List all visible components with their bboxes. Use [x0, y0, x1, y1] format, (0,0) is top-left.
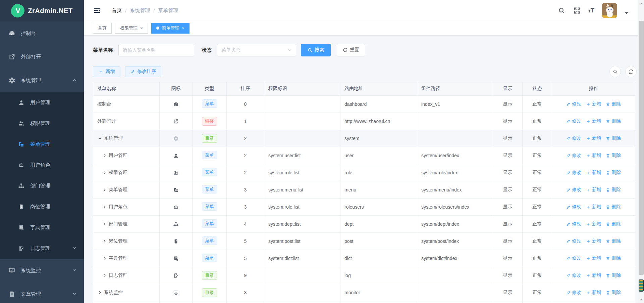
row-action-删除[interactable]: 删除 [606, 153, 621, 159]
row-action-修改[interactable]: 修改 [566, 272, 581, 278]
sidebar-item-日志管理[interactable]: 日志管理 [0, 238, 84, 259]
tab-权限管理[interactable]: 权限管理× [115, 23, 148, 34]
sidebar-item-系统监控[interactable]: 系统监控 [0, 259, 84, 282]
row-action-修改[interactable]: 修改 [566, 118, 581, 124]
row-action-新增[interactable]: ＋新增 [586, 187, 601, 193]
plus-icon: ＋ [586, 238, 591, 245]
row-action-修改[interactable]: 修改 [566, 187, 581, 193]
row-action-修改[interactable]: 修改 [566, 290, 581, 296]
users-icon [173, 170, 179, 176]
row-action-删除[interactable]: 删除 [606, 101, 621, 107]
row-action-新增[interactable]: ＋新增 [586, 272, 601, 279]
menu-name: 外部打开 [97, 118, 116, 124]
row-action-修改[interactable]: 修改 [566, 153, 581, 159]
menu-name-input[interactable] [118, 44, 194, 56]
table-tools [609, 66, 637, 77]
row-expand-expand-icon[interactable] [102, 273, 107, 277]
sidebar-item-控制台[interactable]: 控制台 [0, 21, 84, 45]
chevron-up-icon [72, 78, 76, 83]
row-action-删除[interactable]: 删除 [606, 118, 621, 124]
row-expand-expand-icon[interactable] [102, 222, 107, 226]
org-tree-icon [173, 221, 179, 227]
sidebar-item-字典管理[interactable]: 字典管理 [0, 217, 84, 238]
row-expand-expand-icon[interactable] [97, 291, 103, 295]
breadcrumb-home[interactable]: 首页 [112, 7, 122, 14]
row-action-删除[interactable]: 删除 [606, 187, 621, 193]
row-action-新增[interactable]: ＋新增 [586, 221, 601, 227]
row-action-新增[interactable]: ＋新增 [586, 255, 601, 262]
row-action-删除[interactable]: 删除 [606, 204, 621, 210]
row-expand-expand-icon[interactable] [102, 239, 107, 243]
row-expand-expand-icon[interactable] [102, 205, 107, 209]
search-icon[interactable] [557, 6, 566, 14]
sidebar-item-菜单管理[interactable]: 菜单管理 [0, 134, 84, 155]
row-action-修改[interactable]: 修改 [566, 135, 581, 141]
row-actions: 修改＋新增删除 [556, 170, 631, 176]
row-action-新增[interactable]: ＋新增 [586, 153, 601, 159]
row-action-删除[interactable]: 删除 [606, 135, 621, 141]
row-action-新增[interactable]: ＋新增 [586, 238, 601, 245]
plus-icon: ＋ [586, 272, 591, 279]
breadcrumb-current: 菜单管理 [158, 7, 178, 14]
scrollbar-up-arrow[interactable]: ▲ [638, 1, 644, 6]
route-cell: dict [340, 250, 417, 267]
row-expand-expand-icon[interactable] [102, 154, 107, 158]
sidebar-collapse-icon[interactable] [93, 6, 101, 14]
row-action-删除[interactable]: 删除 [606, 290, 621, 296]
sidebar-item-用户角色[interactable]: 用户角色 [0, 155, 84, 175]
sidebar-item-文章管理[interactable]: 文章管理 [0, 282, 84, 303]
row-action-新增[interactable]: ＋新增 [586, 135, 601, 142]
edit-sort-button[interactable]: 修改排序 [125, 66, 161, 77]
row-action-新增[interactable]: ＋新增 [586, 101, 601, 107]
edit-icon [566, 256, 571, 261]
row-action-新增[interactable]: ＋新增 [586, 204, 601, 210]
row-expand-expand-icon[interactable] [102, 171, 107, 175]
row-action-修改[interactable]: 修改 [566, 238, 581, 244]
row-action-删除[interactable]: 删除 [606, 170, 621, 176]
sidebar-item-系统管理[interactable]: 系统管理 [0, 69, 84, 92]
reset-button[interactable]: 重置 [337, 44, 365, 56]
row-action-修改[interactable]: 修改 [566, 255, 581, 261]
table-search-toggle-button[interactable] [609, 66, 621, 77]
row-expand-expand-icon[interactable] [102, 256, 107, 260]
scrollbar-thumb[interactable] [639, 21, 644, 275]
user-avatar[interactable] [602, 3, 617, 18]
tab-菜单管理[interactable]: 菜单管理× [151, 23, 190, 34]
row-action-删除[interactable]: 删除 [606, 272, 621, 278]
sidebar-item-用户管理[interactable]: 用户管理 [0, 92, 84, 113]
row-expand-collapse-icon[interactable] [97, 136, 103, 140]
scrollbar-color-marker[interactable] [639, 279, 644, 292]
sidebar-item-外部打开[interactable]: 外部打开 [0, 45, 84, 69]
scrollbar-down-arrow[interactable]: ▼ [638, 297, 644, 302]
row-action-新增[interactable]: ＋新增 [586, 290, 601, 296]
row-action-修改[interactable]: 修改 [566, 170, 581, 176]
row-actions: 修改＋新增删除 [556, 118, 631, 125]
tab-close-icon[interactable]: × [182, 26, 185, 31]
search-button[interactable]: 搜索 [301, 44, 331, 56]
row-action-修改[interactable]: 修改 [566, 204, 581, 210]
sidebar-item-权限管理[interactable]: 权限管理 [0, 113, 84, 134]
table-refresh-button[interactable] [625, 66, 637, 77]
trash-icon [606, 102, 610, 106]
trash-icon [606, 119, 610, 124]
dict-book-icon [17, 224, 25, 231]
font-size-icon[interactable]: тT [588, 7, 594, 14]
fullscreen-icon[interactable] [573, 6, 581, 14]
sidebar-item-部门管理[interactable]: 部门管理 [0, 175, 84, 196]
row-action-新增[interactable]: ＋新增 [586, 170, 601, 176]
add-button[interactable]: ＋ 新增 [93, 66, 120, 77]
status-select[interactable]: 菜单状态 [217, 44, 296, 56]
row-expand-expand-icon[interactable] [102, 188, 107, 192]
dashboard-icon [173, 101, 179, 107]
tab-close-icon[interactable]: × [140, 26, 143, 31]
order-cell: 2 [227, 130, 264, 147]
row-action-删除[interactable]: 删除 [606, 238, 621, 244]
avatar-dropdown-caret[interactable] [625, 12, 629, 14]
sidebar-item-岗位管理[interactable]: 岗位管理 [0, 196, 84, 217]
row-action-修改[interactable]: 修改 [566, 221, 581, 227]
row-action-修改[interactable]: 修改 [566, 101, 581, 107]
row-action-新增[interactable]: ＋新增 [586, 118, 601, 125]
row-action-删除[interactable]: 删除 [606, 221, 621, 227]
tab-首页[interactable]: 首页 [93, 23, 112, 34]
row-action-删除[interactable]: 删除 [606, 255, 621, 261]
